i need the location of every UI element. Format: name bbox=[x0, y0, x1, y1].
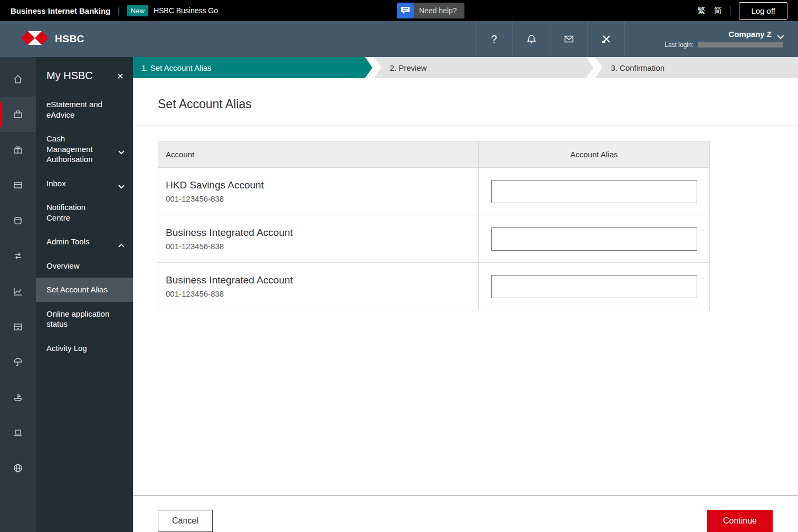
top-bar: Business Internet Banking | New HSBC Bus… bbox=[0, 0, 798, 21]
table-row: HKD Savings Account 001-123456-838 bbox=[158, 168, 710, 215]
column-header-account-alias: Account Alias bbox=[479, 141, 710, 168]
table-row: Business Integrated Account 001-123456-8… bbox=[158, 263, 710, 310]
account-alias-input[interactable] bbox=[491, 227, 697, 251]
chevron-down-icon bbox=[118, 181, 125, 185]
nav-investments-icon[interactable] bbox=[0, 273, 36, 309]
divider: | bbox=[118, 6, 120, 15]
nav-insurance-icon[interactable] bbox=[0, 344, 36, 379]
content: 1. Set Account Alias 2. Preview 3. Confi… bbox=[133, 57, 798, 532]
table-row: Business Integrated Account 001-123456-8… bbox=[158, 215, 710, 263]
cancel-button[interactable]: Cancel bbox=[158, 510, 213, 532]
account-number: 001-123456-838 bbox=[166, 289, 471, 298]
chevron-down-icon bbox=[118, 147, 125, 151]
account-alias-input[interactable] bbox=[491, 180, 697, 203]
step-confirmation: 3. Confirmation bbox=[595, 57, 798, 78]
nav-accounts-icon[interactable] bbox=[0, 97, 36, 132]
sidebar-item-estatement[interactable]: eStatement and eAdvice bbox=[36, 92, 133, 127]
brand: HSBC bbox=[0, 21, 475, 57]
company-selector[interactable]: Company Z bbox=[728, 30, 783, 39]
chevron-up-icon bbox=[118, 240, 125, 244]
column-header-account: Account bbox=[158, 141, 479, 168]
business-go-link[interactable]: HSBC Business Go bbox=[154, 6, 218, 15]
nav-global-icon[interactable] bbox=[0, 450, 36, 486]
new-badge: New bbox=[127, 5, 148, 16]
close-icon[interactable]: × bbox=[117, 70, 124, 81]
notifications-button[interactable] bbox=[512, 21, 550, 57]
help-button[interactable]: ? bbox=[475, 21, 512, 57]
tools-icon bbox=[601, 34, 612, 44]
icon-rail bbox=[0, 57, 36, 532]
continue-button[interactable]: Continue bbox=[707, 510, 773, 532]
sidebar-item-activity-log[interactable]: Activity Log bbox=[36, 336, 133, 360]
sidebar-item-online-application-status[interactable]: Online application status bbox=[36, 302, 133, 336]
nav-rewards-icon[interactable] bbox=[0, 132, 36, 167]
log-off-button[interactable]: Log off bbox=[739, 2, 787, 20]
lang-traditional[interactable]: 繁 bbox=[697, 6, 705, 16]
sidebar-item-admin-tools[interactable]: Admin Tools bbox=[36, 230, 133, 254]
sidebar-item-cash-management[interactable]: Cash Management Authorisation bbox=[36, 127, 133, 172]
sidebar-item-set-account-alias[interactable]: Set Account Alias bbox=[36, 278, 133, 302]
nav-deposits-icon[interactable] bbox=[0, 203, 36, 238]
sidebar-item-overview[interactable]: Overview bbox=[36, 254, 133, 278]
need-help-button[interactable]: Need help? bbox=[397, 3, 464, 18]
lang-simplified[interactable]: 简 bbox=[714, 6, 721, 16]
account-alias-input[interactable] bbox=[491, 275, 697, 298]
sidebar-title: My HSBC bbox=[46, 70, 93, 82]
account-number: 001-123456-838 bbox=[166, 194, 471, 203]
account-name: Business Integrated Account bbox=[166, 274, 471, 286]
nav-cards-icon[interactable] bbox=[0, 167, 36, 203]
alias-table: Account Account Alias HKD Savings Accoun… bbox=[158, 141, 710, 310]
sidebar: My HSBC × eStatement and eAdvice Cash Ma… bbox=[36, 57, 133, 532]
nav-devices-icon[interactable] bbox=[0, 415, 36, 450]
brand-name: HSBC bbox=[55, 33, 84, 45]
last-login-label: Last login: bbox=[664, 41, 694, 49]
hsbc-logo bbox=[21, 31, 49, 47]
bell-icon bbox=[526, 34, 537, 44]
chat-bubble-icon bbox=[397, 3, 414, 18]
progress-steps: 1. Set Account Alias 2. Preview 3. Confi… bbox=[133, 57, 798, 78]
company-block: Company Z Last login: bbox=[625, 21, 798, 57]
last-login-redacted bbox=[698, 42, 783, 48]
sidebar-item-inbox[interactable]: Inbox bbox=[36, 172, 133, 196]
messages-button[interactable] bbox=[550, 21, 587, 57]
account-name: HKD Savings Account bbox=[166, 179, 471, 191]
alias-table-wrap: Account Account Alias HKD Savings Accoun… bbox=[158, 141, 710, 310]
nav-transfers-icon[interactable] bbox=[0, 238, 36, 273]
nav-trade-icon[interactable] bbox=[0, 379, 36, 415]
help-icon: ? bbox=[491, 33, 497, 45]
account-number: 001-123456-838 bbox=[166, 242, 471, 251]
header: HSBC ? Company Z Last bbox=[0, 21, 798, 57]
need-help-label: Need help? bbox=[419, 6, 457, 15]
company-name: Company Z bbox=[728, 30, 772, 39]
divider bbox=[730, 6, 730, 15]
nav-home-icon[interactable] bbox=[0, 61, 36, 97]
step-set-account-alias: 1. Set Account Alias bbox=[133, 57, 373, 78]
nav-services-icon[interactable] bbox=[0, 309, 36, 344]
envelope-icon bbox=[564, 34, 574, 44]
header-icons: ? bbox=[475, 21, 625, 57]
sidebar-item-notification-centre[interactable]: Notification Centre bbox=[36, 195, 133, 230]
account-name: Business Integrated Account bbox=[166, 227, 471, 239]
tools-button[interactable] bbox=[587, 21, 625, 57]
step-preview: 2. Preview bbox=[374, 57, 594, 78]
app-title: Business Internet Banking bbox=[11, 6, 110, 15]
chevron-down-icon bbox=[777, 32, 783, 36]
page-title: Set Account Alias bbox=[158, 97, 798, 111]
footer-actions: Cancel Continue bbox=[133, 495, 798, 532]
